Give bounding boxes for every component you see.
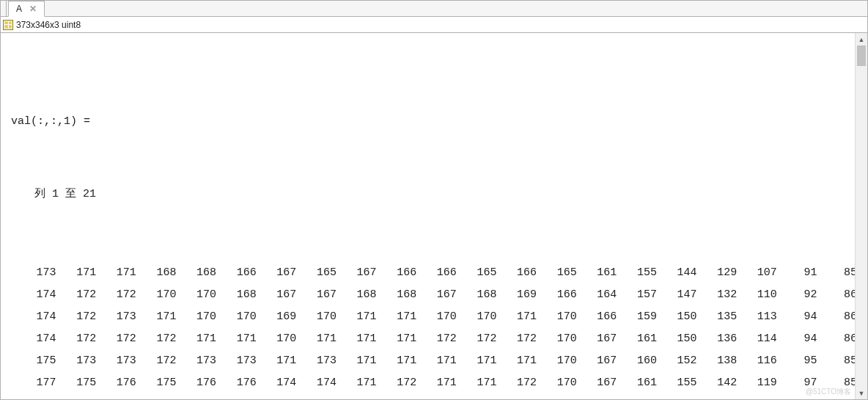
matrix-cell: 97 [777, 371, 817, 393]
matrix-cell: 173 [216, 349, 257, 371]
matrix-cell: 135 [697, 306, 738, 328]
matrix-cell: 165 [296, 262, 336, 284]
matrix-cell: 161 [577, 262, 617, 284]
matrix-cell: 174 [12, 328, 56, 350]
matrix-cell: 152 [657, 349, 697, 371]
matrix-cell: 171 [377, 328, 417, 350]
matrix-cell: 170 [537, 371, 577, 393]
matrix-cell: 172 [496, 371, 537, 393]
matrix-cell: 177 [12, 393, 56, 399]
matrix-cell: 167 [257, 284, 297, 306]
matrix-cell: 172 [56, 328, 97, 350]
matrix-cell: 170 [416, 306, 457, 328]
matrix-cell: 165 [537, 262, 577, 284]
matrix-cell: 164 [577, 284, 617, 306]
matrix-cell: 170 [136, 284, 177, 306]
matrix-cell: 170 [537, 349, 577, 371]
matrix-cell: 176 [216, 371, 257, 393]
content-area: val(:,:,1) = 列 1 至 21 173171171168168166… [1, 33, 867, 399]
matrix-cell: 171 [216, 328, 257, 350]
matrix-cell: 171 [257, 349, 297, 371]
matrix-cell: 159 [657, 393, 697, 399]
table-row: 1771771771761761761751761741751731721731… [12, 393, 857, 399]
scroll-down-arrow-icon[interactable]: ▼ [856, 387, 867, 399]
matrix-cell: 172 [56, 306, 97, 328]
matrix-cell: 95 [777, 349, 817, 371]
table-row: 1741721721701701681671671681681671681691… [12, 284, 857, 306]
matrix-cell: 170 [176, 284, 216, 306]
matrix-cell: 168 [457, 284, 497, 306]
matrix-cell: 172 [496, 328, 537, 350]
matrix-cell: 172 [56, 284, 97, 306]
column-range-header: 列 1 至 21 [21, 186, 857, 203]
matrix-cell: 173 [12, 262, 56, 284]
matrix-cell: 86 [817, 306, 857, 328]
matrix-cell: 98 [777, 393, 817, 399]
variable-dtype: 373x346x3 uint8 [16, 20, 81, 30]
matrix-cell: 168 [176, 262, 216, 284]
matrix-cell: 176 [136, 393, 177, 399]
matrix-cell: 114 [737, 328, 777, 350]
matrix-cell: 146 [697, 393, 738, 399]
matrix-cell: 171 [96, 262, 136, 284]
matrix-cell: 168 [216, 284, 257, 306]
matrix-cell: 150 [657, 328, 697, 350]
matrix-cell: 170 [296, 306, 336, 328]
matrix-cell: 177 [12, 371, 56, 393]
matrix-cell: 171 [336, 328, 377, 350]
matrix-cell: 166 [577, 306, 617, 328]
matrix-cell: 157 [617, 284, 657, 306]
matrix-cell: 132 [697, 284, 738, 306]
tab-variable-a[interactable]: A ✕ [8, 1, 45, 17]
matrix-cell: 171 [176, 328, 216, 350]
matrix-cell: 175 [377, 393, 417, 399]
matrix-cell: 166 [496, 262, 537, 284]
matrix-cell: 170 [537, 306, 577, 328]
matrix-cell: 174 [257, 371, 297, 393]
tab-label: A [16, 4, 22, 14]
matrix-cell: 171 [336, 371, 377, 393]
val-header: val(:,:,1) = [11, 113, 857, 130]
matrix-cell: 171 [377, 306, 417, 328]
matrix-cell: 144 [657, 262, 697, 284]
table-row: 1751731731721731731711731711711711711711… [12, 349, 857, 371]
matrix-cell: 168 [377, 284, 417, 306]
matrix-cell: 172 [537, 393, 577, 399]
command-output: val(:,:,1) = 列 1 至 21 173171171168168166… [1, 33, 867, 399]
matrix-cell: 171 [416, 371, 457, 393]
matrix-cell: 171 [496, 349, 537, 371]
matrix-cell: 172 [457, 328, 497, 350]
matrix-cell: 170 [216, 306, 257, 328]
variable-info-bar: 373x346x3 uint8 [1, 17, 867, 33]
matrix-cell: 173 [96, 306, 136, 328]
matrix-cell: 172 [96, 284, 136, 306]
close-icon[interactable]: ✕ [29, 4, 37, 13]
matrix-cell: 172 [136, 349, 177, 371]
matrix-cell: 166 [416, 262, 457, 284]
matrix-cell: 174 [296, 371, 336, 393]
scroll-thumb[interactable] [857, 46, 866, 66]
matrix-cell: 166 [216, 262, 257, 284]
matrix-cell: 167 [577, 371, 617, 393]
vertical-scrollbar[interactable]: ▲ ▼ [855, 33, 867, 399]
matrix-cell: 169 [496, 284, 537, 306]
matrix-table: 1731711711681681661671651671661661651661… [12, 262, 857, 399]
matrix-cell: 171 [377, 349, 417, 371]
matrix-cell: 169 [577, 393, 617, 399]
matrix-cell: 174 [12, 284, 56, 306]
matrix-cell: 129 [697, 262, 738, 284]
matrix-cell: 119 [737, 371, 777, 393]
matrix-cell: 171 [336, 349, 377, 371]
scroll-up-arrow-icon[interactable]: ▲ [856, 33, 867, 46]
matrix-cell: 94 [777, 328, 817, 350]
tabbar-left-edge [1, 1, 7, 16]
matrix-cell: 169 [257, 306, 297, 328]
matrix-cell: 122 [737, 393, 777, 399]
matrix-cell: 172 [416, 328, 457, 350]
matrix-cell: 173 [416, 393, 457, 399]
matrix-cell: 173 [296, 349, 336, 371]
matrix-cell: 167 [577, 328, 617, 350]
matrix-cell: 177 [96, 393, 136, 399]
matrix-cell: 85 [817, 393, 857, 399]
matrix-cell: 170 [537, 328, 577, 350]
